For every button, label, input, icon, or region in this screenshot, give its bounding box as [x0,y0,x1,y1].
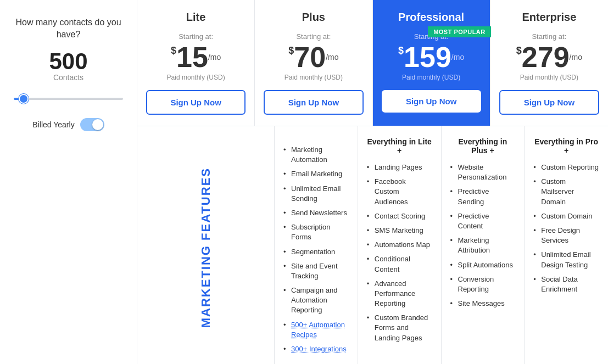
list-item: Unlimited Email Design Testing [533,250,599,270]
most-popular-badge: MOST POPULAR [428,26,491,37]
plan-lite-billing: Paid monthly (USD) [146,74,246,81]
plan-professional-price-row: $ 159 /mo [382,43,481,71]
list-item[interactable]: 500+ Automation Recipes [283,320,349,340]
features-grid: Marketing Automation Email Marketing Unl… [275,126,608,364]
list-item: Predictive Content [450,211,516,231]
toggle-thumb [92,119,103,130]
plan-lite-amount: 15 [176,43,208,71]
feature-plus-subtitle: Everything in Lite + [367,137,432,155]
plan-enterprise: Enterprise Starting at: $ 279 /mo Paid m… [490,0,608,126]
list-item: Campaign and Automation Reporting [283,285,349,316]
plan-enterprise-price-row: $ 279 /mo [499,43,599,71]
list-item: Automations Map [367,240,432,250]
automation-recipes-link[interactable]: 500+ Automation Recipes [291,321,345,339]
plan-enterprise-signup-button[interactable]: Sign Up Now [499,90,599,115]
features-label: Marketing Features [199,167,213,328]
list-item: Website Personalization [450,163,516,182]
list-item: Predictive Sending [450,187,516,206]
list-item: Custom Branded Forms and Landing Pages [367,313,432,343]
list-item: SMS Marketing [367,226,432,236]
feature-lite-list: Marketing Automation Email Marketing Unl… [283,145,349,354]
feature-col-professional: Everything in Plus + Website Personaliza… [442,126,525,364]
list-item: Free Design Services [533,226,599,245]
plan-enterprise-starting: Starting at: [499,32,599,41]
list-item: Facebook Custom Audiences [367,177,432,207]
contact-label: Contacts [53,73,83,82]
plan-plus-period: /mo [326,53,338,61]
feature-col-lite: Marketing Automation Email Marketing Unl… [275,126,358,364]
sidebar: How many contacts do you have? 500 Conta… [0,0,137,364]
plan-enterprise-dollar: $ [516,45,522,57]
integrations-link[interactable]: 300+ Integrations [291,345,347,353]
plans-grid: Lite Starting at: $ 15 /mo Paid monthly … [137,0,608,126]
list-item: Site Messages [450,299,516,309]
plan-professional-name: Professional [382,11,481,24]
features-section: Marketing Features Marketing Automation … [137,126,608,364]
list-item: Site and Event Tracking [283,261,349,281]
list-item: Conditional Content [367,254,432,274]
feature-professional-subtitle: Everything in Plus + [450,137,516,155]
pricing-page: How many contacts do you have? 500 Conta… [0,0,608,364]
list-item: Advanced Performance Reporting [367,279,432,309]
feature-professional-list: Website Personalization Predictive Sendi… [450,163,516,309]
list-item: Social Data Enrichment [533,275,599,294]
plan-professional-dollar: $ [398,45,404,57]
plan-lite-period: /mo [208,53,221,61]
plan-professional: Professional MOST POPULAR Starting at: $… [373,0,490,126]
feature-enterprise-list: Custom Reporting Custom Mailserver Domai… [533,163,599,294]
plan-enterprise-amount: 279 [522,43,570,71]
list-item: Conversion Reporting [450,275,516,294]
plan-enterprise-name: Enterprise [499,11,599,24]
plan-enterprise-billing: Paid monthly (USD) [499,74,599,81]
sidebar-question: How many contacts do you have? [11,16,126,41]
list-item: Send Newsletters [283,208,349,218]
contacts-slider[interactable] [14,98,123,100]
plan-lite-name: Lite [146,11,246,24]
list-item: Unlimited Email Sending [283,184,349,204]
billing-toggle-switch[interactable] [80,118,104,131]
toggle-track[interactable] [80,118,104,131]
list-item: Subscription Forms [283,222,349,242]
plan-plus-price-row: $ 70 /mo [264,43,363,71]
plan-lite-price-row: $ 15 /mo [146,43,246,71]
list-item: Split Automations [450,260,516,270]
plan-professional-amount: 159 [404,43,451,71]
billing-label: Billed Yearly [32,120,74,129]
billing-toggle: Billed Yearly [32,118,104,131]
plan-professional-signup-button[interactable]: Sign Up Now [382,90,481,113]
list-item[interactable]: 300+ Integrations [283,344,349,354]
plan-plus-name: Plus [264,11,363,24]
contact-count: 500 [49,50,87,73]
feature-plus-list: Landing Pages Facebook Custom Audiences … [367,163,432,343]
plan-plus-signup-button[interactable]: Sign Up Now [264,90,363,115]
list-item: Landing Pages [367,163,432,172]
list-item: Marketing Automation [283,145,349,165]
plan-plus-billing: Paid monthly (USD) [264,74,363,81]
slider-container[interactable] [11,93,126,102]
plan-plus-dollar: $ [288,45,294,57]
plan-lite: Lite Starting at: $ 15 /mo Paid monthly … [137,0,255,126]
plan-lite-dollar: $ [171,45,176,57]
plan-lite-signup-button[interactable]: Sign Up Now [146,90,246,115]
list-item: Segmentation [283,247,349,257]
list-item: Marketing Attribution [450,236,516,255]
main-content: Lite Starting at: $ 15 /mo Paid monthly … [137,0,608,364]
plan-professional-billing: Paid monthly (USD) [382,74,481,81]
plan-plus-amount: 70 [294,43,326,71]
list-item: Custom Reporting [533,163,599,172]
plan-lite-starting: Starting at: [146,32,246,41]
plan-enterprise-period: /mo [570,53,582,61]
feature-enterprise-subtitle: Everything in Pro + [533,137,599,155]
list-item: Contact Scoring [367,211,432,221]
features-label-col: Marketing Features [137,126,275,364]
feature-col-plus: Everything in Lite + Landing Pages Faceb… [358,126,442,364]
plan-plus: Plus Starting at: $ 70 /mo Paid monthly … [255,0,372,126]
plan-professional-period: /mo [451,53,464,61]
list-item: Email Marketing [283,169,349,179]
feature-col-enterprise: Everything in Pro + Custom Reporting Cus… [525,126,608,364]
plan-plus-starting: Starting at: [264,32,363,41]
list-item: Custom Domain [533,211,599,221]
list-item: Custom Mailserver Domain [533,177,599,207]
